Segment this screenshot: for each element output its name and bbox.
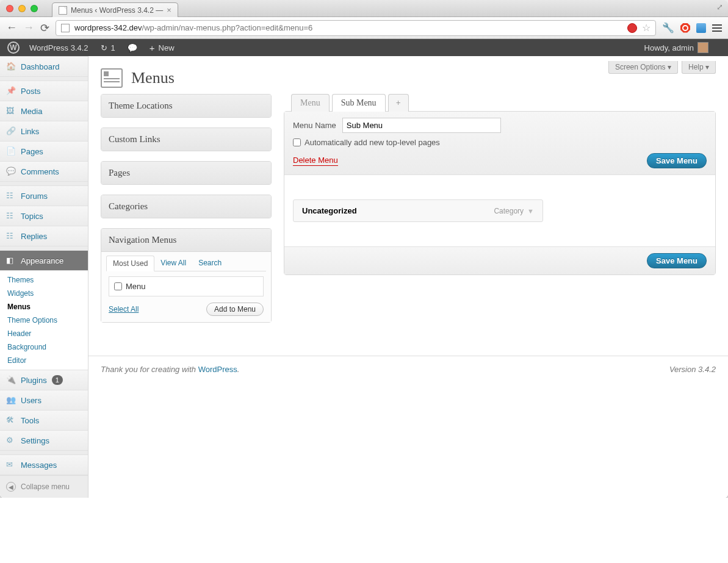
sidebar-item-tools[interactable]: 🛠Tools	[0, 411, 88, 431]
nav-menu-item-menu[interactable]: Menu	[114, 282, 258, 291]
delete-menu-link[interactable]: Delete Menu	[293, 156, 338, 166]
tab-most-used[interactable]: Most Used	[106, 256, 154, 271]
wp-logo-icon[interactable]: W	[7, 41, 20, 54]
sidebar-sub-widgets[interactable]: Widgets	[0, 287, 88, 300]
auto-add-label: Automatically add new top-level pages	[305, 138, 440, 147]
wp-adminbar: W WordPress 3.4.2 1 +New Howdy, admin	[0, 39, 728, 56]
menu-tab-add[interactable]: +	[388, 94, 409, 112]
menu-name-input[interactable]	[342, 118, 501, 133]
adminbar-account[interactable]: Howdy, admin	[644, 42, 708, 53]
sidebar-item-comments[interactable]: 💬Comments	[0, 162, 88, 182]
save-menu-button-top[interactable]: Save Menu	[647, 153, 707, 168]
sidebar-item-posts[interactable]: 📌Posts	[0, 81, 88, 101]
window-minimize[interactable]	[18, 5, 26, 12]
wp-footer: Thank you for creating with WordPress. V…	[88, 356, 728, 382]
screen-options-toggle[interactable]: Screen Options ▾	[608, 61, 678, 74]
links-icon: 🔗	[6, 126, 16, 136]
menu-tab-menu[interactable]: Menu	[291, 94, 330, 112]
reload-button[interactable]: ⟳	[40, 21, 49, 35]
select-all-link[interactable]: Select All	[109, 305, 139, 314]
chrome-menu-icon[interactable]	[712, 24, 722, 32]
wrench-icon[interactable]: 🔧	[662, 22, 674, 34]
sidebar-item-replies[interactable]: ☷Replies	[0, 226, 88, 246]
box-categories[interactable]: Categories	[101, 195, 272, 218]
menus-icon	[101, 68, 123, 88]
browser-tab[interactable]: Menus ‹ WordPress 3.4.2 — ×	[52, 2, 178, 17]
sidebar-sub-header[interactable]: Header	[0, 327, 88, 340]
sidebar-item-messages[interactable]: ✉Messages	[0, 454, 88, 475]
extension-icon[interactable]	[696, 23, 706, 33]
adminbar-site-name[interactable]: WordPress 3.4.2	[29, 43, 88, 52]
browser-tab-title: Menus ‹ WordPress 3.4.2 —	[71, 6, 163, 15]
nav-menus-checklist: Menu	[109, 276, 264, 296]
menu-item-uncategorized[interactable]: Uncategorized Category▼	[293, 199, 543, 222]
forums-icon: ☷	[6, 191, 16, 201]
adminbar-new[interactable]: +New	[150, 43, 175, 52]
footer-wordpress-link[interactable]: WordPress	[198, 365, 237, 374]
help-toggle[interactable]: Help ▾	[682, 61, 716, 74]
sidebar-sub-themes[interactable]: Themes	[0, 273, 88, 287]
sidebar-sub-theme-options[interactable]: Theme Options	[0, 314, 88, 327]
adminbar-comments[interactable]	[128, 43, 137, 52]
adminbar-updates[interactable]: 1	[101, 43, 115, 52]
adblock-icon[interactable]	[680, 23, 690, 33]
sidebar-sub-menus[interactable]: Menus	[0, 300, 88, 314]
add-to-menu-button[interactable]: Add to Menu	[206, 303, 264, 316]
users-icon: 👥	[6, 395, 16, 405]
menu-tabs: Menu Sub Menu +	[284, 94, 716, 112]
window-zoom[interactable]	[31, 5, 38, 12]
sidebar-sub-editor[interactable]: Editor	[0, 354, 88, 367]
sidebar-item-forums[interactable]: ☷Forums	[0, 185, 88, 206]
sidebar-item-dashboard[interactable]: 🏠Dashboard	[0, 56, 88, 77]
auto-add-checkbox[interactable]	[293, 138, 301, 146]
tools-icon: 🛠	[6, 415, 16, 425]
back-button[interactable]: ←	[6, 21, 17, 34]
appearance-icon: ◧	[6, 256, 16, 265]
tab-view-all[interactable]: View All	[154, 256, 192, 271]
sidebar-item-settings[interactable]: ⚙Settings	[0, 431, 88, 451]
close-icon[interactable]: ×	[167, 5, 171, 15]
url-path: /wp-admin/nav-menus.php?action=edit&menu…	[142, 23, 313, 32]
box-custom-links[interactable]: Custom Links	[101, 127, 272, 151]
window-close[interactable]	[6, 5, 13, 12]
box-navigation-menus-title[interactable]: Navigation Menus	[101, 229, 271, 252]
sidebar-item-topics[interactable]: ☷Topics	[0, 206, 88, 226]
avatar	[697, 42, 708, 53]
topics-icon: ☷	[6, 211, 16, 221]
site-blocker-icon[interactable]	[627, 23, 637, 33]
collapse-menu[interactable]: ◀Collapse menu	[0, 475, 88, 498]
box-theme-locations[interactable]: Theme Locations	[101, 94, 272, 118]
menu-editor: Menu Name Automatically add new top-leve…	[284, 111, 716, 275]
bookmark-star-icon[interactable]: ☆	[642, 22, 651, 34]
page-icon	[61, 24, 70, 32]
forward-button[interactable]: →	[23, 21, 34, 34]
mac-titlebar: Menus ‹ WordPress 3.4.2 — × ⤢	[0, 0, 728, 17]
box-navigation-menus: Navigation Menus Most Used View All Sear…	[101, 228, 272, 323]
nav-menu-item-menu-checkbox[interactable]	[114, 282, 122, 290]
box-pages[interactable]: Pages	[101, 161, 272, 185]
window-expand-icon[interactable]: ⤢	[716, 2, 723, 12]
sidebar-item-plugins[interactable]: 🔌Plugins 1	[0, 370, 88, 390]
plugins-count-badge: 1	[52, 375, 63, 385]
url-bar[interactable]: wordpress-342.dev/wp-admin/nav-menus.php…	[56, 20, 656, 36]
url-host: wordpress-342.dev	[74, 23, 142, 32]
menu-item-title: Uncategorized	[302, 206, 357, 215]
messages-icon: ✉	[6, 460, 16, 470]
page-icon	[59, 6, 67, 15]
tab-search[interactable]: Search	[192, 256, 228, 271]
sidebar-sub-background[interactable]: Background	[0, 340, 88, 354]
media-icon: 🖼	[6, 106, 16, 116]
footer-version: Version 3.4.2	[669, 365, 716, 374]
sidebar-item-pages[interactable]: 📄Pages	[0, 142, 88, 162]
posts-icon: 📌	[6, 86, 16, 96]
menu-name-label: Menu Name	[293, 121, 336, 130]
plus-icon: +	[150, 43, 155, 52]
sidebar-item-users[interactable]: 👥Users	[0, 390, 88, 411]
sidebar-item-links[interactable]: 🔗Links	[0, 121, 88, 142]
footer-thanks: Thank you for creating with	[101, 365, 198, 374]
menu-tab-sub-menu[interactable]: Sub Menu	[332, 94, 386, 112]
nav-menus-filter-tabs: Most Used View All Search	[106, 256, 266, 271]
sidebar-item-media[interactable]: 🖼Media	[0, 101, 88, 121]
save-menu-button-bottom[interactable]: Save Menu	[647, 253, 707, 268]
sidebar-item-appearance[interactable]: ◧Appearance	[0, 250, 88, 271]
